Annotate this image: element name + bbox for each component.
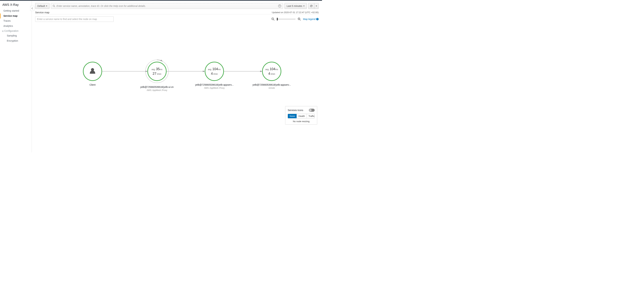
sidebar-section-configuration[interactable]: Configuration [0,28,32,33]
resize-segmented-control: None Health Traffic [288,114,315,118]
service-map-svg: Client avg. 35ms 27 t/min yelb@725660539… [35,22,318,124]
sidebar-item-encryption[interactable]: Encryption [4,38,32,44]
page-title: Service map [35,11,49,14]
caret-down-icon [316,6,317,6]
group-dropdown[interactable]: Default [35,3,50,9]
main-content: Default ? Last 5 minutes [32,1,322,152]
svg-line-4 [273,20,274,21]
svg-point-12 [148,62,166,81]
node-app2[interactable]: avg. 104ms 4 t/min yelb@725660539618/yel… [252,62,291,89]
map-controls: Map legend i [35,16,318,22]
node-app1-sub: AWS::AppMesh::Proxy [204,87,224,89]
sidebar-collapse-button[interactable] [30,6,34,11]
sidebar-item-traces[interactable]: Traces [0,18,32,24]
zoom-in-icon [298,18,301,21]
service-map-canvas[interactable]: Client avg. 35ms 27 t/min yelb@725660539… [35,22,318,124]
svg-line-1 [54,6,55,7]
zoom-controls: Map legend i [271,17,318,21]
sidebar: AWS X-Ray Getting started Service map Tr… [0,1,32,152]
filter-search-field[interactable]: ? [51,3,283,9]
refresh-icon [310,5,312,7]
time-range-label: Last 5 minutes [287,4,302,7]
refresh-options-button[interactable] [314,3,318,9]
node-ui[interactable]: avg. 35ms 27 t/min yelb@725660539618/yel… [140,60,174,92]
services-icons-label: Services Icons [288,109,303,112]
sidebar-item-service-map[interactable]: Service map [0,14,32,18]
caret-down-icon [46,6,47,6]
node-app1-label: yelb@725660539618/yelb-appserv... [195,84,234,86]
time-range-dropdown[interactable]: Last 5 minutes [284,3,307,9]
search-icon [53,5,55,7]
svg-point-13 [205,62,224,81]
svg-point-14 [262,62,281,81]
seg-traffic[interactable]: Traffic [307,114,315,118]
zoom-slider[interactable] [277,19,296,20]
zoom-in-button[interactable] [297,17,301,21]
chevron-left-icon [32,8,33,9]
sidebar-item-sampling[interactable]: Sampling [4,33,32,38]
node-ui-label: yelb@725660539618/yelb-ui-vn [140,86,174,88]
map-options-panel: Services Icons None Health Traffic No no… [285,106,317,124]
sidebar-item-analytics[interactable]: Analytics [0,24,32,29]
seg-health[interactable]: Health [297,114,307,118]
map-legend-label: Map legend [303,18,316,20]
app-title: AWS X-Ray [0,2,32,8]
seg-none[interactable]: None [288,114,297,118]
help-icon[interactable]: ? [278,4,281,8]
zoom-slider-handle[interactable] [277,18,278,20]
node-search-input[interactable] [35,16,114,22]
top-toolbar: Default ? Last 5 minutes [35,3,318,9]
zoom-out-icon [271,18,275,21]
caret-down-icon [303,6,304,6]
refresh-button-group [308,3,318,9]
no-resize-label: No node resizing [288,120,315,123]
zoom-out-button[interactable] [271,17,275,21]
node-ui-sub: AWS::AppMesh::Proxy [147,89,167,92]
sidebar-item-getting-started[interactable]: Getting started [0,8,32,14]
info-icon: i [316,18,318,20]
map-header: Service map Updated on 2020-07-31 17:22:… [35,11,318,14]
node-app2-sub: remote [268,87,275,89]
updated-timestamp: Updated on 2020-07-31 17:22:47 (UTC +02:… [272,11,318,14]
node-app1[interactable]: avg. 104ms 4 t/min yelb@725660539618/yel… [195,62,234,89]
refresh-button[interactable] [308,3,314,9]
node-app2-label: yelb@725660539618/yelb-appserv... [252,84,291,86]
group-dropdown-label: Default [37,4,45,7]
services-icons-toggle[interactable] [309,109,315,112]
svg-line-8 [300,20,301,21]
map-legend-link[interactable]: Map legend i [303,18,318,20]
ring-arrow-icon [157,60,163,62]
filter-search-input[interactable] [56,4,277,7]
node-client-label: Client [90,84,96,86]
node-client[interactable]: Client [83,62,102,86]
svg-point-0 [53,5,54,6]
